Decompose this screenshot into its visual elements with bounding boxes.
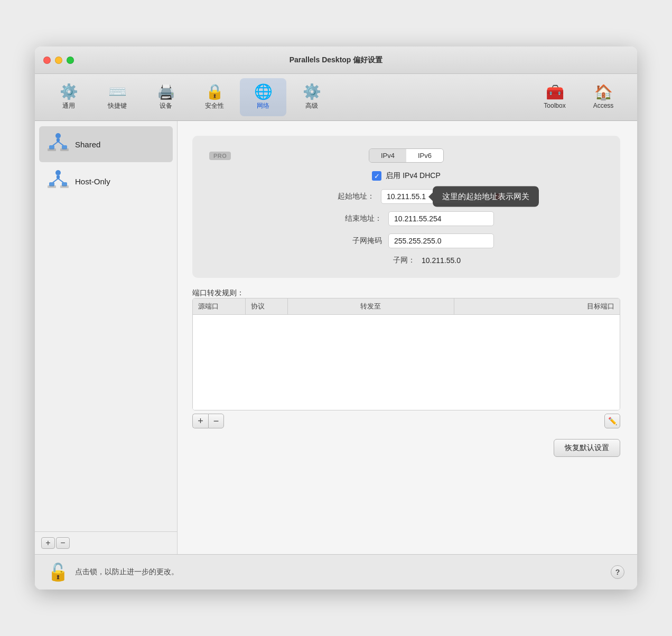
toolbar-label-security: 安全性: [205, 101, 224, 110]
toolbar-item-network[interactable]: 🌐 网络: [240, 78, 286, 116]
pf-edit-button[interactable]: ✏️: [604, 414, 620, 428]
col-src-port: 源端口: [193, 298, 246, 314]
bottom-bar: 🔓 点击锁，以防止进一步的更改。 ?: [35, 554, 637, 590]
table-header: 源端口 协议 转发至 目标端口: [193, 298, 620, 315]
toolbar-label-network: 网络: [257, 101, 269, 110]
sidebar: Shared: [35, 121, 178, 554]
toolbar-label-toolbox: Toolbox: [544, 102, 565, 109]
advanced-icon: ⚙️: [303, 85, 321, 99]
svg-point-8: [55, 170, 61, 175]
ipv-tabs-row: PRO IPv4 IPv6: [209, 148, 603, 163]
shortcuts-icon: ⌨️: [108, 85, 127, 99]
table-body: [193, 315, 620, 410]
toolbar-label-access: Access: [593, 102, 614, 109]
port-forwarding-footer: + − ✏️: [192, 414, 620, 428]
svg-point-0: [55, 133, 61, 138]
toolbox-icon: 🧰: [546, 85, 564, 100]
port-forwarding-section: 端口转发规则： 源端口 协议 转发至 目标端口 + −: [192, 288, 620, 428]
svg-rect-6: [48, 148, 56, 151]
toolbar-item-toolbox[interactable]: 🧰 Toolbox: [531, 78, 578, 116]
sidebar-item-hostonly[interactable]: Host-Only: [39, 163, 173, 199]
dhcp-checkbox[interactable]: ✓: [372, 171, 381, 181]
subnet-value: 10.211.55.0: [422, 256, 461, 265]
tab-ipv6[interactable]: IPv6: [406, 149, 443, 162]
toolbar-left: ⚙️ 通用 ⌨️ 快捷键 🖨️ 设备 🔒 安全性 🌐 网络 ⚙️ 高级: [45, 78, 531, 116]
dhcp-checkbox-wrap[interactable]: ✓ 启用 IPv4 DHCP: [372, 171, 440, 181]
col-dst-port: 目标端口: [454, 298, 620, 314]
sidebar-item-label-hostonly: Host-Only: [75, 177, 110, 186]
sidebar-list: Shared: [35, 121, 177, 531]
subnet-mask-row: 子网掩码: [319, 233, 494, 248]
svg-rect-14: [48, 185, 56, 188]
toolbar-item-access[interactable]: 🏠 Access: [580, 78, 627, 116]
pro-badge: PRO: [209, 152, 231, 160]
col-protocol: 协议: [246, 298, 288, 314]
sidebar-add-button[interactable]: +: [41, 537, 55, 549]
start-address-row: 起始地址： 这里的起始地址表示网关: [311, 189, 501, 204]
network-icon: 🌐: [254, 85, 273, 99]
end-address-label: 结束地址：: [319, 214, 382, 223]
pf-add-remove-buttons: + −: [192, 414, 224, 428]
toolbar-label-general: 通用: [62, 101, 75, 110]
svg-rect-9: [57, 175, 60, 179]
dhcp-row: ✓ 启用 IPv4 DHCP: [209, 171, 603, 181]
dhcp-label: 启用 IPv4 DHCP: [386, 171, 440, 181]
toolbar: ⚙️ 通用 ⌨️ 快捷键 🖨️ 设备 🔒 安全性 🌐 网络 ⚙️ 高级: [35, 74, 637, 121]
main-area: Shared: [35, 121, 637, 554]
window-controls: [43, 57, 74, 64]
lock-icon[interactable]: 🔓: [48, 562, 69, 582]
tab-ipv4[interactable]: IPv4: [369, 149, 406, 162]
edit-icon: ✏️: [608, 417, 617, 425]
sidebar-remove-button[interactable]: −: [56, 537, 70, 549]
reset-button[interactable]: 恢复默认设置: [554, 439, 620, 457]
sidebar-item-label-shared: Shared: [75, 140, 100, 149]
svg-rect-7: [60, 148, 69, 151]
svg-rect-15: [60, 185, 69, 188]
help-button[interactable]: ?: [611, 565, 624, 579]
end-address-input[interactable]: [388, 211, 494, 226]
lock-section: 🔓 点击锁，以防止进一步的更改。: [48, 562, 179, 582]
content-area: PRO IPv4 IPv6 ✓ 启用 IPv4 DHCP: [178, 121, 637, 554]
start-address-label: 起始地址：: [311, 192, 375, 201]
toolbar-item-devices[interactable]: 🖨️ 设备: [143, 78, 189, 116]
pf-remove-button[interactable]: −: [208, 414, 224, 428]
toolbar-item-advanced[interactable]: ⚙️ 高级: [288, 78, 335, 116]
port-forwarding-title: 端口转发规则：: [192, 288, 620, 298]
hostonly-network-icon: [48, 169, 69, 194]
maximize-button[interactable]: [67, 57, 74, 64]
svg-rect-1: [57, 138, 60, 142]
end-address-row: 结束地址：: [319, 211, 494, 226]
security-icon: 🔒: [206, 85, 224, 99]
tab-group: IPv4 IPv6: [369, 148, 444, 163]
window-title: Parallels Desktop 偏好设置: [290, 55, 383, 65]
toolbar-label-devices: 设备: [160, 101, 172, 110]
close-button[interactable]: [43, 57, 51, 64]
sidebar-footer: + −: [35, 531, 177, 554]
network-form: 起始地址： 这里的起始地址表示网关 结束地址： 子网掩码: [209, 189, 603, 265]
shared-network-icon: [48, 132, 69, 157]
subnet-row: 子网： 10.211.55.0: [352, 256, 461, 265]
subnet-mask-input[interactable]: [388, 233, 494, 248]
pf-add-button[interactable]: +: [192, 414, 208, 428]
reset-row: 恢复默认设置: [192, 439, 620, 457]
general-icon: ⚙️: [60, 85, 78, 99]
sidebar-item-shared[interactable]: Shared: [39, 126, 173, 162]
devices-icon: 🖨️: [157, 85, 175, 99]
lock-text: 点击锁，以防止进一步的更改。: [75, 567, 179, 577]
toolbar-item-general[interactable]: ⚙️ 通用: [45, 78, 92, 116]
minimize-button[interactable]: [55, 57, 62, 64]
toolbar-item-security[interactable]: 🔒 安全性: [191, 78, 238, 116]
toolbar-item-shortcuts[interactable]: ⌨️ 快捷键: [94, 78, 141, 116]
titlebar: Parallels Desktop 偏好设置: [35, 46, 637, 74]
col-forward-to: 转发至: [288, 298, 454, 314]
toolbar-label-shortcuts: 快捷键: [108, 101, 127, 110]
access-icon: 🏠: [594, 85, 613, 100]
toolbar-right: 🧰 Toolbox 🏠 Access: [531, 78, 627, 116]
subnet-label: 子网：: [352, 256, 415, 265]
main-window: Parallels Desktop 偏好设置 ⚙️ 通用 ⌨️ 快捷键 🖨️ 设…: [35, 46, 637, 590]
subnet-mask-label: 子网掩码: [319, 236, 382, 246]
tooltip: 这里的起始地址表示网关: [433, 186, 539, 207]
port-forwarding-table: 源端口 协议 转发至 目标端口: [192, 298, 620, 410]
network-config-card: PRO IPv4 IPv6 ✓ 启用 IPv4 DHCP: [192, 136, 620, 278]
toolbar-label-advanced: 高级: [305, 101, 318, 110]
